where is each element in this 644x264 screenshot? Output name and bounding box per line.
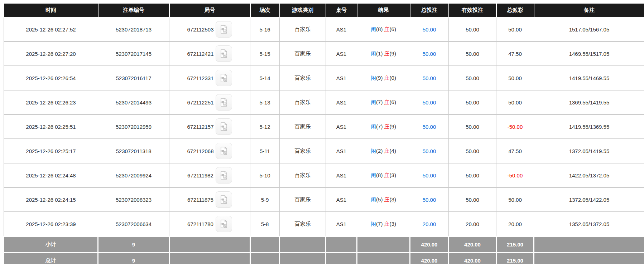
footer-cell-valid_bet: 420.00 (449, 253, 496, 264)
round-number-with-replay: 672112331 (187, 70, 232, 86)
result-banker-label: 庄 (384, 26, 390, 32)
cell-bet_no: 523072006634 (98, 212, 169, 236)
table-row: 2025-12-26 02:24:15523072008323672111875… (4, 187, 644, 212)
result-player-score: (9) (376, 75, 383, 81)
video-replay-icon (219, 170, 229, 180)
footer-cell-round_no (169, 253, 250, 264)
footer-cell-table_no (326, 253, 357, 264)
cell-table_no: AS1 (326, 139, 357, 163)
table-row: 2025-12-26 02:26:54523072016117672112331… (4, 66, 644, 90)
total-bet-link[interactable]: 50.00 (423, 124, 436, 130)
cell-remark: 1369.55/1419.55 (534, 90, 644, 114)
payout-value: -50.00 (508, 172, 523, 179)
cell-session: 5-9 (250, 187, 280, 212)
round-number: 672111982 (187, 172, 213, 179)
cell-table_no: AS1 (326, 163, 357, 187)
table-row: 2025-12-26 02:25:17523072011318672112068… (4, 139, 644, 163)
cell-time: 2025-12-26 02:25:17 (4, 139, 98, 163)
header-payout: 总派彩 (496, 3, 534, 17)
result-banker-score: (9) (390, 50, 396, 57)
video-replay-button[interactable] (216, 45, 232, 62)
round-number: 672112421 (187, 51, 214, 57)
cell-result: 闲(9) 庄(0) (357, 66, 410, 90)
cell-bet_no: 523072016117 (98, 66, 169, 90)
cell-total_bet: 50.00 (410, 17, 449, 41)
total-bet-link[interactable]: 50.00 (423, 148, 436, 154)
round-number-with-replay: 672111875 (187, 191, 232, 208)
payout-value: 50.00 (508, 99, 522, 106)
video-replay-button[interactable] (216, 216, 232, 232)
round-number: 672112331 (187, 75, 214, 81)
footer-cell-result (357, 236, 410, 253)
cell-round_no: 672112157 (169, 114, 250, 139)
video-replay-button[interactable] (216, 118, 232, 135)
cell-time: 2025-12-26 02:25:51 (4, 114, 98, 139)
cell-round_no: 672112503 (169, 17, 250, 41)
cell-total_bet: 20.00 (410, 212, 449, 236)
footer-cell-label: 小计 (4, 236, 98, 253)
result-banker-score: (6) (390, 26, 396, 32)
cell-valid_bet: 50.00 (449, 114, 496, 139)
cell-payout: 50.00 (496, 66, 534, 90)
header-session: 场次 (250, 3, 280, 17)
result-player-score: (2) (376, 148, 383, 154)
video-replay-button[interactable] (216, 167, 232, 184)
footer-cell-table_no (326, 236, 357, 253)
total-bet-link[interactable]: 20.00 (423, 221, 436, 227)
payout-value: 50.00 (508, 75, 522, 81)
round-number: 672112251 (187, 99, 214, 106)
footer-cell-payout: 215.00 (496, 253, 534, 264)
cell-table_no: AS1 (326, 114, 357, 139)
total-bet-link[interactable]: 50.00 (423, 197, 436, 203)
table-body: 2025-12-26 02:27:52523072018713672112503… (4, 17, 644, 236)
table-row: 2025-12-26 02:25:51523072012959672112157… (4, 114, 644, 139)
video-replay-button[interactable] (216, 70, 232, 86)
header-time: 时间 (4, 3, 98, 17)
result-banker-label: 庄 (384, 75, 390, 81)
result-banker-label: 庄 (384, 148, 390, 154)
result-player-label: 闲 (371, 75, 376, 81)
round-number: 672111780 (187, 221, 213, 227)
cell-valid_bet: 50.00 (449, 163, 496, 187)
cell-total_bet: 50.00 (410, 187, 449, 212)
round-number-with-replay: 672112068 (187, 143, 232, 159)
cell-result: 闲(2) 庄(4) (357, 139, 410, 163)
result-player-label: 闲 (371, 26, 376, 32)
cell-table_no: AS1 (326, 41, 357, 66)
result-player-label: 闲 (371, 172, 376, 178)
cell-total_bet: 50.00 (410, 41, 449, 66)
cell-game_type: 百家乐 (280, 187, 326, 212)
video-replay-button[interactable] (216, 143, 232, 159)
cell-payout: 50.00 (496, 90, 534, 114)
table-footer: 小计9420.00420.00215.00总计9420.00420.00215.… (4, 236, 644, 264)
bet-history-table: 时间注单编号局号场次游戏类别桌号结果总投注有效投注总派彩备注 2025-12-2… (3, 3, 644, 264)
cell-time: 2025-12-26 02:26:23 (4, 90, 98, 114)
total-bet-link[interactable]: 50.00 (423, 26, 436, 33)
video-replay-button[interactable] (216, 21, 232, 38)
result-player-label: 闲 (371, 99, 376, 105)
result-player-score: (7) (376, 123, 383, 129)
video-replay-button[interactable] (216, 191, 232, 208)
cell-valid_bet: 20.00 (449, 212, 496, 236)
cell-result: 闲(5) 庄(3) (357, 187, 410, 212)
cell-valid_bet: 50.00 (449, 90, 496, 114)
total-bet-link[interactable]: 50.00 (423, 172, 436, 179)
result-banker-score: (9) (390, 123, 396, 129)
cell-table_no: AS1 (326, 187, 357, 212)
cell-total_bet: 50.00 (410, 114, 449, 139)
video-replay-button[interactable] (216, 94, 232, 111)
cell-remark: 1419.55/1469.55 (534, 66, 644, 90)
cell-round_no: 672112421 (169, 41, 250, 66)
result-player-label: 闲 (371, 50, 376, 57)
total-bet-link[interactable]: 50.00 (423, 99, 436, 106)
video-replay-icon (219, 49, 229, 59)
cell-valid_bet: 50.00 (449, 187, 496, 212)
header-remark: 备注 (534, 3, 644, 17)
total-bet-link[interactable]: 50.00 (423, 51, 436, 57)
table-row: 2025-12-26 02:27:20523072017145672112421… (4, 41, 644, 66)
total-bet-link[interactable]: 50.00 (423, 75, 436, 81)
cell-result: 闲(8) 庄(6) (357, 17, 410, 41)
table-row: 2025-12-26 02:24:48523072009924672111982… (4, 163, 644, 187)
header-round_no: 局号 (169, 3, 250, 17)
result-banker-score: (6) (390, 99, 396, 105)
